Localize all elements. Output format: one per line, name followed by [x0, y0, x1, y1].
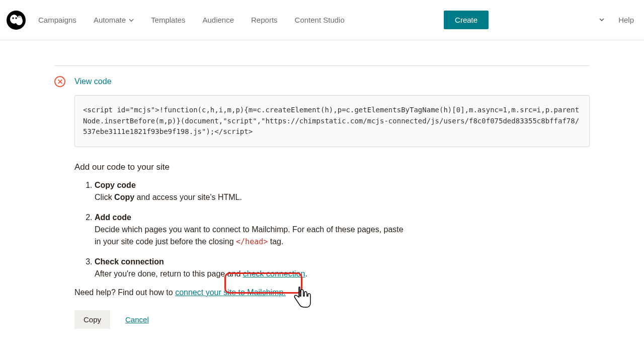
step-3-title: Check connection	[95, 257, 164, 266]
step-3: Check connection After you're done, retu…	[95, 256, 412, 280]
nav-campaigns[interactable]: Campaigns	[38, 16, 76, 24]
copy-button[interactable]: Copy	[74, 310, 110, 329]
step-3-post: .	[305, 269, 307, 278]
nav-audience[interactable]: Audience	[202, 16, 234, 24]
step-3-pre: After you're done, return to this page a…	[95, 269, 243, 278]
account-dropdown-caret[interactable]	[599, 16, 604, 24]
help-link[interactable]: Help	[618, 16, 634, 24]
check-connection-link[interactable]: check connection	[243, 269, 305, 278]
step-2-post: tag.	[268, 237, 283, 246]
view-code-link[interactable]: View code	[74, 77, 112, 86]
code-snippet-box[interactable]: <script id="mcjs">!function(c,h,i,m,p){m…	[74, 95, 590, 147]
step-1: Copy code Click Copy and access your sit…	[95, 179, 412, 203]
step-2-title: Add code	[95, 213, 131, 222]
create-button[interactable]: Create	[444, 11, 489, 29]
step-1-pre: Click	[95, 193, 114, 201]
view-code-row: View code	[54, 76, 590, 87]
nav-automate[interactable]: Automate	[94, 16, 134, 24]
instructions-list: Copy code Click Copy and access your sit…	[85, 179, 412, 280]
step-1-bold: Copy	[114, 193, 134, 201]
mailchimp-logo[interactable]	[6, 10, 26, 30]
help-line: Need help? Find out how to connect your …	[74, 288, 590, 297]
main-content: View code <script id="mcjs">!function(c,…	[34, 65, 610, 348]
close-circle-icon[interactable]	[54, 76, 65, 87]
nav-templates[interactable]: Templates	[151, 16, 185, 24]
nav-automate-label: Automate	[94, 16, 126, 24]
top-nav-bar: Campaigns Automate Templates Audience Re…	[0, 0, 644, 40]
step-1-post: and access your site's HTML.	[134, 193, 242, 201]
chevron-down-icon	[129, 18, 134, 23]
nav-content-studio[interactable]: Content Studio	[295, 16, 345, 24]
connect-site-link[interactable]: connect your site to Mailchimp.	[175, 288, 286, 297]
right-nav-area: Help	[599, 16, 634, 24]
step-1-title: Copy code	[95, 181, 136, 189]
action-buttons: Copy Cancel	[74, 310, 590, 329]
instructions-heading: Add our code to your site	[74, 162, 590, 172]
cancel-link[interactable]: Cancel	[125, 315, 149, 324]
step-2: Add code Decide which pages you want to …	[95, 212, 412, 248]
section-divider	[54, 65, 590, 66]
help-line-pre: Need help? Find out how to	[74, 288, 175, 297]
primary-nav: Campaigns Automate Templates Audience Re…	[38, 16, 444, 24]
svg-point-4	[15, 17, 17, 19]
step-2-code: </head>	[236, 237, 268, 246]
svg-point-3	[12, 17, 14, 19]
nav-reports[interactable]: Reports	[251, 16, 278, 24]
